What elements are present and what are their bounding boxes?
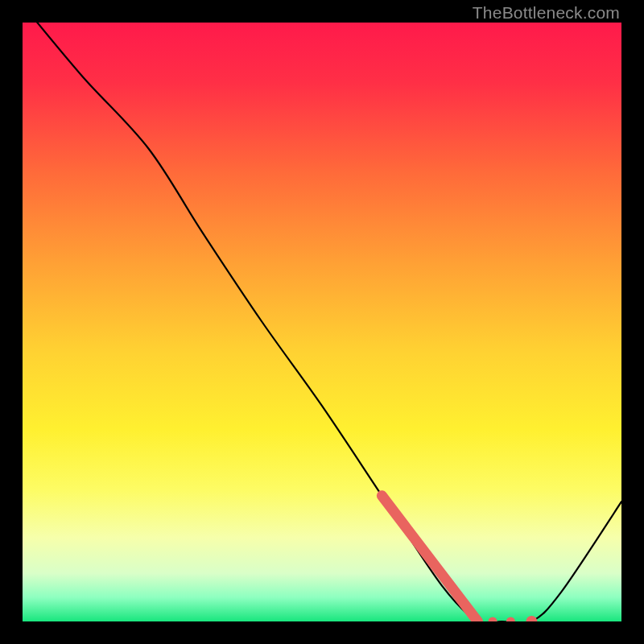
- chart-frame: [23, 23, 621, 621]
- bottleneck-chart: [23, 23, 621, 621]
- gradient-background: [23, 23, 621, 621]
- watermark-text: TheBottleneck.com: [473, 3, 620, 23]
